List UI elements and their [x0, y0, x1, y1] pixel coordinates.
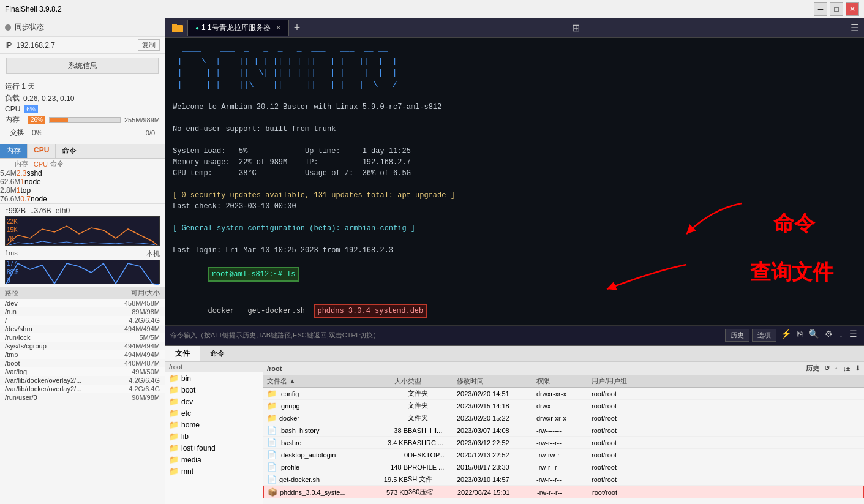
refresh-icon[interactable]: ↺ [824, 364, 830, 372]
col-size: 大小 [365, 377, 408, 386]
tab-cpu[interactable]: CPU [28, 144, 56, 158]
disk-section: 路径 可用/大小 /dev458M/458M/run89M/98M/4.2G/6… [0, 287, 165, 504]
file-toolbar-btns: 历史 ↺ ↑ ↓± ⬇ [806, 364, 860, 373]
menu-button[interactable]: ☰ [848, 22, 862, 34]
eth0-label: eth0 [56, 206, 70, 215]
table-row[interactable]: 📁.config文件夹2023/02/20 14:51drwxr-xr-xroo… [263, 388, 864, 400]
tab-close-button[interactable]: ✕ [276, 24, 281, 32]
list-item[interactable]: 📁lib [165, 431, 263, 442]
folder-icon [172, 23, 183, 32]
create-icon[interactable]: ⬇ [855, 364, 860, 372]
ascii-art-2: | \ | || | | || | | || | | || | | [173, 55, 857, 67]
disk-rows: /dev458M/458M/run89M/98M/4.2G/6.4G/dev/s… [0, 299, 165, 402]
history-icon[interactable]: 历史 [806, 364, 819, 373]
app-title: FinalShell 3.9.8.2 [5, 5, 62, 13]
menu-icon[interactable]: ☰ [847, 329, 859, 342]
net-up: ↑992B [5, 206, 26, 215]
tree-items: 📁bin📁boot📁dev📁etc📁home📁lib📁lost+found📁me… [165, 372, 263, 477]
main-layout: 同步状态 IP 192.168.2.7 复制 系统信息 运行 1 天 负载 0.… [0, 18, 864, 504]
memusage-line: Memory usage: 22% of 989M IP: 192.168.2.… [173, 157, 857, 168]
download-icon[interactable]: ↓ [837, 329, 845, 342]
net-scale-22k: 22K [7, 218, 18, 225]
cmd-hint-text: 命令输入（按ALT键提示历史,TAB键路径,ESC键返回,双击CTRL切换） [170, 331, 725, 340]
options-button[interactable]: 选项 [752, 329, 776, 342]
list-item: 2.8M1top [0, 186, 165, 195]
download2-icon[interactable]: ↓± [843, 365, 850, 372]
list-item[interactable]: 📁mnt [165, 465, 263, 477]
cpu-badge: 6% [24, 105, 37, 113]
list-item[interactable]: 📁dev [165, 396, 263, 407]
grid-layout-button[interactable]: ⊞ [569, 22, 582, 34]
cputemp-line: CPU temp: 38°C Usage of /: 36% of 6.5G [173, 168, 857, 179]
tab-server[interactable]: ● 1 1号青龙拉库服务器 ✕ [187, 20, 289, 36]
mem-progress [49, 117, 121, 123]
copy-ip-button[interactable]: 复制 [138, 39, 160, 51]
tab-mem[interactable]: 内存 [0, 144, 28, 158]
mem-label: 内存 [5, 115, 24, 125]
table-row: /run89M/98M [0, 307, 165, 316]
close-button[interactable]: ✕ [846, 2, 859, 16]
file-tab-cmd[interactable]: 命令 [200, 346, 235, 361]
ls-deb-file: phddns_3.0.4_systemd.deb [314, 304, 427, 318]
upload-icon[interactable]: ↑ [835, 365, 838, 372]
list-item: 62.6M1node [0, 178, 165, 186]
net-down: ↓376B [30, 206, 51, 215]
no-support-line: No end-user support: built from trunk [173, 124, 857, 135]
network-section: ↑992B ↓376B eth0 22K 15K 7K [0, 203, 165, 248]
table-row: /boot440M/487M [0, 359, 165, 367]
search-icon[interactable]: 🔍 [806, 329, 821, 342]
col-user: 用户/用户组 [592, 377, 640, 386]
sync-dot [5, 24, 11, 31]
settings-icon[interactable]: ⚙ [823, 329, 835, 342]
history-button[interactable]: 历史 [725, 329, 749, 342]
sysinfo-button[interactable]: 系统信息 [6, 58, 159, 74]
col-time: 修改时间 [457, 377, 536, 386]
table-row: /var/lib/docker/overlay2/...4.2G/6.4G [0, 385, 165, 393]
table-row[interactable]: 📁.gnupg文件夹2023/02/15 14:18drwx------root… [263, 400, 864, 412]
table-row[interactable]: 📄.bash_history38 BBASH_HI...2023/03/07 1… [263, 424, 864, 437]
tab-cmd[interactable]: 命令 [56, 144, 83, 158]
add-tab-button[interactable]: + [290, 21, 304, 34]
ascii-art-1: ____ ___ _ _ _ _ ___ ___ __ __ [173, 43, 857, 55]
tree-path: /root [169, 363, 182, 370]
maximize-button[interactable]: □ [830, 2, 843, 16]
ping-right: 本机 [146, 249, 160, 258]
ping-graph: 177 88.5 0 [5, 260, 160, 284]
lightning-icon[interactable]: ⚡ [779, 329, 793, 342]
list-item[interactable]: 📁lost+found [165, 442, 263, 454]
list-item: 76.6M0.7node [0, 195, 165, 203]
right-area: ● 1 1号青龙拉库服务器 ✕ + ⊞ ☰ ____ ___ _ _ _ _ _… [165, 18, 864, 504]
col-filename: 文件名 ▲ [267, 377, 365, 386]
table-row[interactable]: 📄.desktop_autologin0DESKTOP...2020/12/13… [263, 449, 864, 461]
minimize-button[interactable]: ─ [814, 2, 827, 16]
ping-chart [6, 260, 159, 285]
list-item[interactable]: 📁etc [165, 407, 263, 419]
tree-header: /root [165, 362, 263, 372]
terminal[interactable]: ____ ___ _ _ _ _ ___ ___ __ __ | \ | || … [165, 38, 864, 325]
cpu-label: CPU [5, 105, 20, 113]
list-item[interactable]: 📁bin [165, 372, 263, 384]
table-row[interactable]: 📄.profile148 BPROFILE ...2015/08/17 23:3… [263, 461, 864, 473]
copy-icon[interactable]: ⎘ [795, 329, 804, 342]
network-header: ↑992B ↓376B eth0 [5, 206, 160, 215]
list-item[interactable]: 📁home [165, 419, 263, 431]
ip-value: 192.168.2.7 [16, 41, 54, 50]
list-item[interactable]: 📁media [165, 454, 263, 465]
file-toolbar: /root 历史 ↺ ↑ ↓± ⬇ [267, 364, 860, 373]
folder-icon-btn[interactable] [168, 23, 187, 32]
table-row[interactable]: 📦phddns_3.0.4_syste...573 KB360压缩2022/08… [263, 486, 864, 498]
table-row[interactable]: 📄get-docker.sh19.5 KBSH 文件2023/03/10 14:… [263, 473, 864, 486]
table-row[interactable]: 📁docker文件夹2023/02/20 15:22drwxr-xr-xroot… [263, 412, 864, 424]
table-row[interactable]: 📄.bashrc3.4 KBBASHRC ...2023/03/12 22:52… [263, 437, 864, 449]
list-item[interactable]: 📁boot [165, 384, 263, 396]
file-tab-file[interactable]: 文件 [165, 346, 200, 361]
ip-label: IP 192.168.2.7 [5, 41, 55, 50]
load-value: 0.26, 0.23, 0.10 [23, 94, 74, 103]
file-path-label: /root [267, 365, 282, 372]
table-row: /run/user/098M/98M [0, 393, 165, 402]
command-buttons: 历史 选项 ⚡ ⎘ 🔍 ⚙ ↓ ☰ [725, 329, 859, 342]
col-perm: 权限 [536, 377, 592, 386]
process-rows: 5.4M2.3sshd62.6M1node2.8M1top76.6M0.7nod… [0, 169, 165, 203]
file-tabs: 文件 命令 [165, 346, 864, 362]
list-item: 5.4M2.3sshd [0, 169, 165, 178]
